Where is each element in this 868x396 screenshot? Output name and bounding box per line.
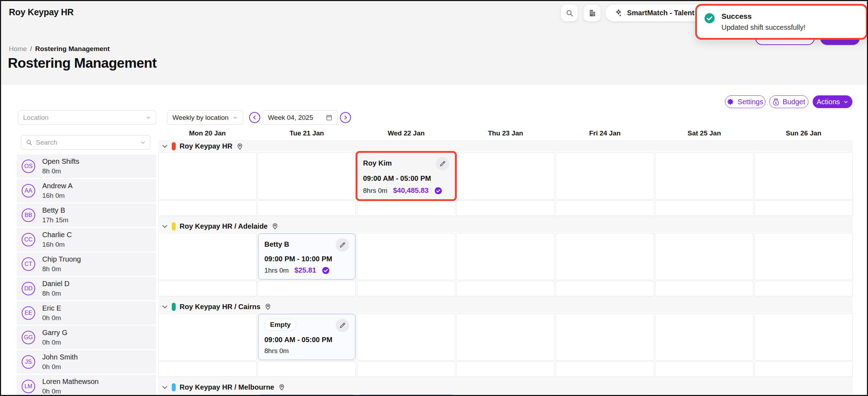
roster-cell[interactable] — [456, 233, 555, 280]
roster-cell[interactable] — [655, 313, 753, 361]
roster-cell[interactable] — [258, 281, 356, 296]
roster-cell[interactable] — [754, 233, 853, 280]
employee-row[interactable]: OSOpen Shifts8h 0m — [17, 155, 156, 178]
roster-cell[interactable]: Betty B09:00 PM - 10:00 PM1hrs 0m$25.81 — [258, 233, 356, 280]
settings-button[interactable]: Settings — [725, 95, 765, 108]
roster-cell[interactable] — [556, 361, 654, 377]
empty-badge: Empty — [264, 319, 296, 331]
roster-cell[interactable] — [456, 152, 555, 200]
roster-cell[interactable] — [158, 313, 257, 361]
roster-cell[interactable] — [357, 233, 455, 280]
location-pin-icon — [236, 143, 243, 150]
roster-cell[interactable] — [556, 233, 654, 280]
roster-cell[interactable] — [158, 361, 257, 377]
roster-cell[interactable] — [258, 394, 356, 396]
chevron-down-icon[interactable] — [162, 143, 168, 149]
employee-row[interactable]: DDDaniel D8h 0m — [17, 277, 156, 300]
roster-cell[interactable] — [655, 152, 753, 200]
chevron-down-icon[interactable] — [162, 384, 168, 390]
chevron-down-icon[interactable] — [162, 223, 168, 229]
edit-shift-button[interactable] — [436, 157, 449, 171]
roster-cell[interactable] — [754, 152, 853, 200]
roster-cell[interactable] — [556, 313, 654, 361]
roster-cell[interactable] — [258, 200, 356, 216]
roster-cell[interactable] — [158, 281, 257, 296]
next-week-button[interactable] — [340, 112, 351, 123]
roster-cell[interactable] — [655, 394, 753, 396]
roster-cell[interactable] — [754, 361, 853, 377]
roster-cell[interactable] — [158, 233, 257, 280]
edit-shift-button[interactable] — [336, 238, 349, 252]
roster-cell[interactable] — [655, 200, 753, 216]
group-header[interactable]: Roy Keypay HR — [158, 140, 853, 152]
roster-cell[interactable] — [655, 281, 753, 296]
employee-search[interactable] — [21, 135, 150, 150]
chevron-down-icon — [233, 115, 238, 120]
roster-cell[interactable] — [357, 361, 455, 377]
roster-cell[interactable] — [158, 200, 257, 216]
shift-card[interactable] — [357, 394, 455, 396]
chevron-down-icon[interactable] — [162, 304, 168, 310]
roster-cell[interactable] — [357, 200, 455, 216]
employee-row[interactable]: EEEric E0h 0m — [17, 301, 156, 325]
roster-cell[interactable] — [258, 152, 356, 200]
location-filter[interactable]: Location — [18, 110, 156, 125]
shift-card[interactable]: Empty09:00 AM - 05:00 PM8hrs 0m — [258, 314, 356, 360]
group-header[interactable]: Roy Keypay HR / Cairns — [158, 296, 853, 313]
previous-week-button[interactable] — [249, 112, 260, 123]
employee-row[interactable]: GGGarry G0h 0m — [17, 326, 156, 349]
roster-cell[interactable] — [754, 394, 853, 396]
roster-cell[interactable] — [456, 200, 555, 216]
edit-shift-button[interactable] — [336, 319, 349, 332]
roster-cell[interactable] — [357, 281, 455, 296]
roster-cell[interactable] — [456, 281, 555, 296]
svg-text:$: $ — [775, 101, 777, 104]
view-mode-select[interactable]: Weekly by location — [167, 110, 243, 125]
employee-row[interactable]: CCCharlie C16h 0m — [17, 228, 156, 251]
roster-cell[interactable] — [655, 361, 753, 377]
roster-cell[interactable] — [556, 394, 654, 396]
search-button[interactable] — [561, 5, 578, 21]
budget-label: Budget — [782, 98, 805, 106]
employee-row[interactable]: LMLoren Mathewson0h 0m — [17, 375, 156, 396]
roster-cell[interactable] — [357, 394, 455, 396]
roster-cell[interactable] — [456, 361, 555, 377]
roster-cell[interactable] — [655, 233, 753, 280]
employee-name: Betty B — [42, 206, 68, 214]
group-header[interactable]: Roy Keypay HR / Melbourne — [158, 377, 853, 393]
roster-cell[interactable] — [556, 281, 654, 296]
roster-cell[interactable] — [754, 200, 853, 216]
week-picker[interactable]: Week 04, 2025 — [263, 110, 338, 125]
roster-cell[interactable] — [258, 361, 356, 377]
employee-row[interactable]: AAAndrew A16h 0m — [17, 179, 156, 202]
roster-cell[interactable] — [357, 313, 455, 361]
avatar: CC — [22, 233, 35, 246]
roster-cell[interactable] — [456, 313, 555, 361]
employee-row[interactable]: CTChip Truong8h 0m — [17, 252, 156, 276]
group-header[interactable]: Roy Keypay HR / Adelaide — [158, 216, 853, 232]
search-input[interactable] — [36, 139, 137, 146]
roster-cell[interactable]: Empty09:00 AM - 05:00 PM8hrs 0m — [258, 313, 356, 361]
day-header: Sun 26 Jan — [754, 128, 853, 139]
roster-cell[interactable] — [158, 152, 257, 200]
breadcrumb-current: Rostering Management — [35, 45, 110, 53]
budget-button[interactable]: $ Budget — [769, 95, 808, 108]
roster-cell[interactable] — [158, 394, 257, 396]
employee-name: Daniel D — [42, 280, 70, 288]
organisation-button[interactable] — [584, 5, 600, 21]
roster-cell[interactable] — [754, 313, 853, 361]
employee-row[interactable]: BBBetty B17h 15m — [17, 203, 156, 227]
breadcrumb-home[interactable]: Home — [9, 45, 27, 53]
shift-card[interactable]: Roy Kim09:00 AM - 05:00 PM8hrs 0m$40,485… — [357, 153, 455, 199]
employee-row[interactable]: JSJohn Smith0h 0m — [17, 350, 156, 374]
shift-card[interactable]: Betty B09:00 PM - 10:00 PM1hrs 0m$25.81 — [258, 233, 356, 280]
group-name: Roy Keypay HR — [180, 142, 232, 150]
roster-cell[interactable] — [556, 152, 654, 200]
roster-cell[interactable] — [556, 200, 654, 216]
group-color-marker — [172, 142, 176, 150]
roster-cell[interactable] — [456, 394, 555, 396]
roster-cell[interactable] — [754, 281, 853, 296]
actions-button[interactable]: Actions — [813, 95, 852, 108]
roster-cell[interactable]: Roy Kim09:00 AM - 05:00 PM8hrs 0m$40,485… — [357, 152, 455, 200]
shift-card[interactable] — [258, 394, 356, 396]
